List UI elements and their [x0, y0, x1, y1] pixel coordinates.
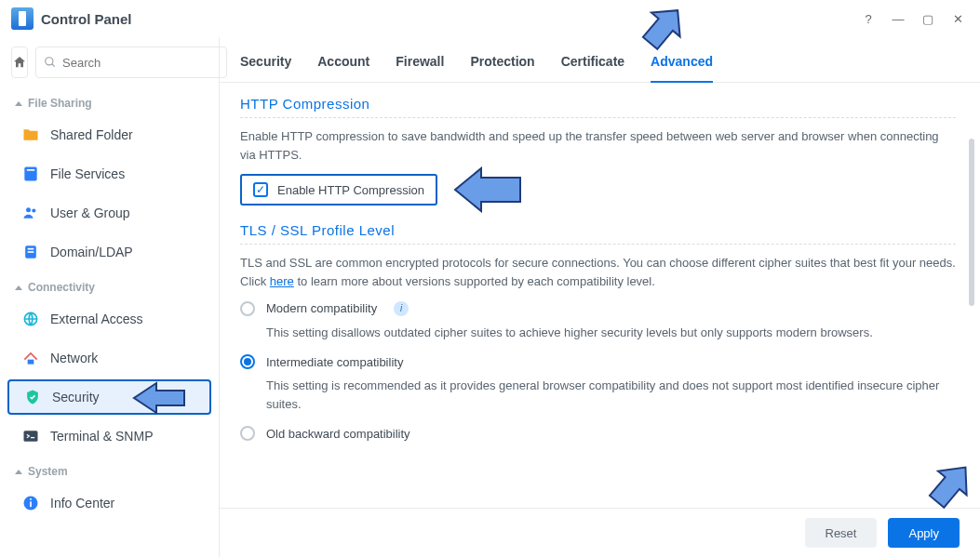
- learn-more-link[interactable]: here: [270, 274, 294, 288]
- checkbox-label: Enable HTTP Compression: [277, 183, 424, 197]
- sidebar-item-label: User & Group: [50, 206, 130, 220]
- main-panel: Security Account Firewall Protection Cer…: [220, 37, 980, 557]
- minimize-button[interactable]: —: [887, 7, 909, 30]
- sidebar-item-security[interactable]: Security: [7, 379, 211, 415]
- radio-label: Intermediate compatibility: [266, 355, 403, 369]
- svg-rect-3: [27, 169, 34, 171]
- svg-rect-2: [24, 167, 36, 181]
- scrollbar[interactable]: [969, 139, 974, 306]
- terminal-icon: [20, 426, 41, 446]
- tab-security[interactable]: Security: [240, 54, 291, 82]
- annotation-arrow-icon: [450, 166, 524, 213]
- svg-rect-14: [30, 498, 32, 500]
- reset-button[interactable]: Reset: [805, 518, 878, 548]
- sidebar-item-user-group[interactable]: User & Group: [7, 195, 211, 231]
- tls-desc-suffix: to learn more about versions supported b…: [294, 274, 655, 288]
- section-system[interactable]: System: [0, 456, 219, 484]
- tab-bar: Security Account Firewall Protection Cer…: [220, 37, 980, 83]
- home-icon: [12, 55, 27, 70]
- svg-point-4: [26, 207, 31, 212]
- radio-label: Modern compatibility: [266, 301, 377, 315]
- title-bar: Control Panel ? — ▢ ✕: [0, 0, 980, 37]
- app-icon: [11, 7, 34, 30]
- sidebar-item-label: Shared Folder: [50, 127, 133, 142]
- info-badge-icon[interactable]: i: [394, 301, 409, 316]
- tab-certificate[interactable]: Certificate: [561, 54, 624, 82]
- sidebar-item-domain-ldap[interactable]: Domain/LDAP: [7, 234, 211, 270]
- sidebar-item-label: File Services: [50, 166, 125, 181]
- section-label: Connectivity: [28, 281, 95, 294]
- sidebar-item-label: Terminal & SNMP: [50, 429, 153, 444]
- svg-line-1: [52, 64, 55, 67]
- footer: Reset Apply: [220, 508, 980, 557]
- tls-profile-desc: TLS and SSL are common encrypted protoco…: [240, 254, 956, 291]
- maximize-button[interactable]: ▢: [917, 7, 939, 30]
- search-icon: [44, 56, 57, 69]
- svg-point-0: [46, 58, 53, 65]
- info-icon: [20, 493, 41, 513]
- domain-icon: [20, 242, 41, 262]
- radio-intermediate-compatibility[interactable]: Intermediate compatibility: [240, 354, 956, 369]
- enable-http-compression-checkbox[interactable]: ✓ Enable HTTP Compression: [240, 174, 437, 206]
- section-label: File Sharing: [28, 97, 92, 110]
- radio-icon: [240, 301, 255, 316]
- search-input[interactable]: [62, 56, 219, 70]
- svg-rect-8: [28, 251, 34, 253]
- sidebar: File Sharing Shared Folder File Services…: [0, 37, 220, 557]
- radio-label: Old backward compatibility: [266, 427, 410, 441]
- content-area: HTTP Compression Enable HTTP compression…: [220, 83, 980, 508]
- section-file-sharing[interactable]: File Sharing: [0, 87, 219, 115]
- http-compression-desc: Enable HTTP compression to save bandwidt…: [240, 127, 956, 165]
- sidebar-item-network[interactable]: Network: [7, 340, 211, 376]
- sidebar-item-info-center[interactable]: Info Center: [7, 485, 211, 521]
- radio-selected-icon: [240, 354, 255, 369]
- annotation-arrow-icon: [128, 381, 186, 415]
- sidebar-item-label: Info Center: [50, 496, 114, 511]
- chevron-up-icon: [15, 470, 22, 474]
- svg-rect-13: [30, 501, 32, 507]
- tab-account[interactable]: Account: [317, 54, 369, 82]
- svg-rect-7: [28, 248, 34, 250]
- radio-old-compatibility[interactable]: Old backward compatibility: [240, 426, 956, 441]
- sidebar-item-label: Domain/LDAP: [50, 245, 133, 259]
- svg-rect-10: [28, 360, 34, 365]
- sidebar-item-label: External Access: [50, 312, 143, 326]
- globe-icon: [20, 309, 41, 329]
- apply-button[interactable]: Apply: [888, 518, 960, 548]
- intermediate-caption: This setting is recommended as it provid…: [266, 377, 956, 413]
- sidebar-item-label: Security: [52, 390, 100, 404]
- folder-icon: [20, 125, 41, 145]
- section-label: System: [28, 465, 68, 478]
- network-icon: [20, 348, 41, 368]
- sidebar-item-shared-folder[interactable]: Shared Folder: [7, 117, 211, 153]
- section-connectivity[interactable]: Connectivity: [0, 272, 219, 299]
- radio-icon: [240, 426, 255, 441]
- help-button[interactable]: ?: [857, 7, 879, 30]
- tab-firewall[interactable]: Firewall: [396, 54, 444, 82]
- sidebar-item-terminal-snmp[interactable]: Terminal & SNMP: [7, 418, 211, 454]
- tab-protection[interactable]: Protection: [470, 54, 534, 82]
- radio-modern-compatibility[interactable]: Modern compatibility i: [240, 301, 956, 316]
- chevron-up-icon: [15, 101, 22, 106]
- tls-profile-title: TLS / SSL Profile Level: [240, 222, 956, 245]
- users-icon: [20, 203, 41, 223]
- search-box[interactable]: [35, 46, 227, 78]
- http-compression-title: HTTP Compression: [240, 96, 956, 118]
- modern-caption: This setting disallows outdated cipher s…: [266, 324, 956, 342]
- checkbox-checked-icon: ✓: [253, 182, 268, 197]
- shield-icon: [22, 387, 43, 407]
- tab-advanced[interactable]: Advanced: [651, 54, 713, 82]
- sidebar-item-label: Network: [50, 351, 98, 365]
- home-button[interactable]: [11, 46, 28, 78]
- sidebar-item-file-services[interactable]: File Services: [7, 156, 211, 192]
- file-services-icon: [20, 164, 41, 184]
- window-title: Control Panel: [41, 11, 132, 27]
- svg-point-5: [32, 208, 35, 212]
- sidebar-item-external-access[interactable]: External Access: [7, 301, 211, 337]
- chevron-up-icon: [15, 285, 22, 290]
- svg-rect-11: [24, 431, 38, 442]
- close-button[interactable]: ✕: [946, 7, 969, 30]
